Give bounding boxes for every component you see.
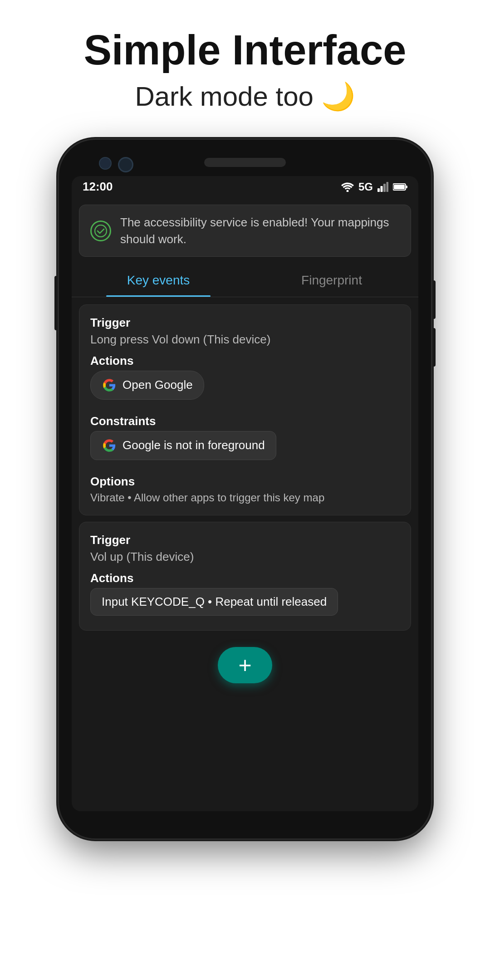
speaker-grille	[204, 158, 286, 167]
trigger-label-1: Trigger	[90, 316, 400, 330]
svg-point-0	[346, 190, 348, 192]
mapping-card-1: Trigger Long press Vol down (This device…	[79, 304, 411, 515]
keycode-chip-1[interactable]: Input KEYCODE_Q • Repeat until released	[90, 588, 338, 616]
svg-rect-7	[406, 186, 407, 188]
svg-point-8	[95, 225, 107, 237]
page-header: Simple Interface Dark mode too 🌙	[66, 0, 425, 131]
phone-wrapper: 12:00 5G	[59, 140, 431, 838]
add-mapping-button[interactable]: +	[218, 647, 272, 683]
phone-frame: 12:00 5G	[59, 140, 431, 838]
svg-rect-2	[381, 186, 383, 192]
status-time: 12:00	[83, 180, 113, 194]
constraints-label-1: Constraints	[90, 414, 400, 428]
banner-text: The accessibility service is enabled! Yo…	[120, 214, 400, 247]
volume-up-button[interactable]	[431, 280, 436, 319]
content-area: Trigger Long press Vol down (This device…	[72, 297, 418, 638]
page-subtitle: Dark mode too 🌙	[84, 80, 407, 113]
constraint-chip-text-1: Google is not in foreground	[122, 438, 265, 452]
constraint-chip-1[interactable]: Google is not in foreground	[90, 431, 276, 460]
volume-down-button[interactable]	[431, 328, 436, 367]
options-value-1: Vibrate • Allow other apps to trigger th…	[90, 491, 400, 504]
accessibility-banner: The accessibility service is enabled! Yo…	[79, 205, 411, 257]
camera-main-icon	[118, 157, 133, 172]
svg-rect-1	[377, 188, 380, 192]
fab-plus-icon: +	[238, 654, 251, 676]
mapping-card-2: Trigger Vol up (This device) Actions Inp…	[79, 522, 411, 631]
actions-label-2: Actions	[90, 571, 400, 585]
google-icon-constraint	[102, 438, 117, 453]
svg-rect-4	[387, 182, 389, 192]
trigger-value-1: Long press Vol down (This device)	[90, 333, 400, 347]
signal-icon	[377, 182, 388, 192]
phone-screen: 12:00 5G	[72, 176, 418, 811]
svg-rect-3	[383, 184, 386, 192]
tabs-row: Key events Fingerprint	[72, 264, 418, 297]
signal-label: 5G	[358, 181, 373, 193]
actions-label-1: Actions	[90, 354, 400, 368]
options-label-1: Options	[90, 475, 400, 489]
camera-area	[99, 157, 133, 172]
trigger-label-2: Trigger	[90, 533, 400, 547]
page-title: Simple Interface	[84, 27, 407, 73]
google-icon-1	[102, 377, 117, 393]
power-button[interactable]	[54, 276, 59, 330]
action-chip-1[interactable]: Open Google	[90, 371, 204, 400]
tab-key-events[interactable]: Key events	[72, 264, 245, 297]
tab-fingerprint[interactable]: Fingerprint	[245, 264, 418, 297]
trigger-value-2: Vol up (This device)	[90, 550, 400, 564]
status-bar: 12:00 5G	[72, 176, 418, 197]
status-icons: 5G	[341, 181, 407, 193]
keycode-text-1: Input KEYCODE_Q • Repeat until released	[102, 595, 327, 609]
svg-rect-6	[394, 185, 405, 189]
battery-icon	[393, 183, 407, 191]
fab-area: +	[72, 638, 418, 697]
check-circle-icon	[90, 220, 111, 241]
phone-top-bar	[72, 153, 418, 176]
action-chip-text-1: Open Google	[122, 378, 193, 392]
front-camera-icon	[99, 157, 112, 170]
wifi-icon	[341, 182, 354, 192]
